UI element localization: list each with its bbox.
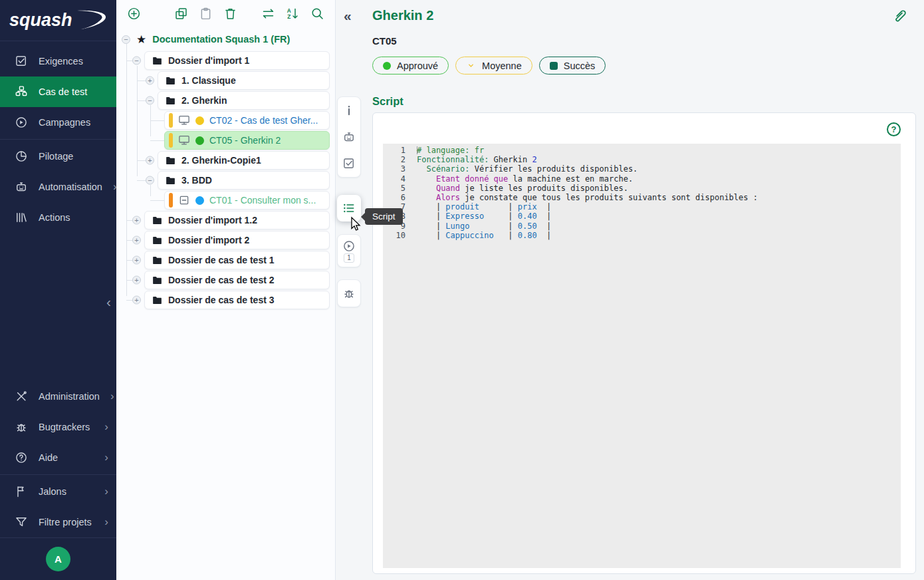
tree-toggle-icon[interactable]: − <box>122 35 130 44</box>
badge-label: Succès <box>564 61 596 71</box>
tree-row: +2. Gherkin-Copie1 <box>116 150 335 170</box>
tree-toggle-icon[interactable]: + <box>146 76 154 85</box>
tree-node[interactable]: Dossier de cas de test 3 <box>144 291 330 309</box>
tree-toggle-icon[interactable]: + <box>132 236 141 245</box>
tree-node-label: CT01 - Consulter mon s... <box>209 195 316 206</box>
gherkin-editor[interactable]: 1# language: fr2Fonctionnalité: Gherkin … <box>383 144 901 568</box>
sidebar-item-cas-de-test[interactable]: Cas de test <box>0 76 116 107</box>
code-line: 6 Alors je constate que tous les produit… <box>383 193 901 202</box>
badge-approuvé[interactable]: Approuvé <box>372 57 449 74</box>
tree-toggle-icon[interactable]: + <box>132 256 141 265</box>
sidebar-collapse-icon[interactable]: ‹ <box>106 295 111 309</box>
flag-icon <box>15 485 28 498</box>
sort-icon[interactable]: AZ <box>286 7 300 21</box>
badge-moyenne[interactable]: Moyenne <box>455 57 532 74</box>
code-text: Quand je liste les produits disponibles. <box>417 184 628 193</box>
tree-connector <box>137 160 146 161</box>
mouse-cursor <box>349 216 361 235</box>
sidebar-item-campagnes[interactable]: Campagnes <box>0 107 116 138</box>
search-icon[interactable] <box>310 7 324 21</box>
tree-toggle-icon[interactable]: − <box>146 96 154 105</box>
sidebar-divider <box>0 474 116 475</box>
status-circle-icon <box>383 62 391 70</box>
delete-icon[interactable] <box>223 7 237 21</box>
sidebar-item-exigences[interactable]: Exigences <box>0 46 116 76</box>
automation-icon[interactable] <box>337 124 361 150</box>
sidebar-item-label: Actions <box>39 212 110 223</box>
tree-node[interactable]: CT05 - Gherkin 2 <box>164 131 330 150</box>
swap-icon[interactable] <box>261 7 275 21</box>
folder-icon <box>165 95 176 106</box>
tree-toggle-icon[interactable]: + <box>132 276 141 285</box>
project-root-label[interactable]: Documentation Squash 1 (FR) <box>152 34 290 45</box>
bug-icon <box>15 420 28 434</box>
add-icon[interactable] <box>127 7 141 21</box>
tree-node[interactable]: CT02 - Cas de test Gher... <box>164 111 330 130</box>
help-icon[interactable]: ? <box>887 122 901 136</box>
tree-row: −Dossier d'import 1 <box>116 51 335 71</box>
tree-node[interactable]: 3. BDD <box>158 171 330 190</box>
tree-row: CT01 - Consulter mon s... <box>116 190 335 210</box>
verification-icon[interactable] <box>337 150 361 177</box>
collapse-panel-icon[interactable]: « <box>344 8 352 24</box>
tree-toolbar: AZ <box>116 0 335 27</box>
code-line: 7 | produit | prix | <box>383 202 901 212</box>
svg-text:A: A <box>287 7 291 13</box>
tree-row: +Dossier d'import 2 <box>116 230 335 250</box>
squash-logo[interactable]: squash <box>0 0 116 41</box>
status-dot <box>195 116 204 125</box>
sidebar-item-pilotage[interactable]: Pilotage <box>0 141 116 172</box>
tree: − ★ Documentation Squash 1 (FR) −Dossier… <box>116 27 335 580</box>
badge-label: Moyenne <box>482 61 522 71</box>
rail-group-executions: 1 <box>337 234 361 267</box>
tree-root[interactable]: − ★ Documentation Squash 1 (FR) <box>116 31 335 48</box>
tree-row: +Dossier de cas de test 2 <box>116 270 335 290</box>
tree-toggle-icon[interactable]: − <box>132 57 141 65</box>
anchor-rail: « 1 Script <box>336 0 362 580</box>
tree-row: −3. BDD <box>116 170 335 190</box>
tree-connector <box>137 100 146 101</box>
tree-node[interactable]: 1. Classique <box>158 71 330 90</box>
line-number: 3 <box>383 164 405 174</box>
sidebar-item-filtre-projets[interactable]: Filtre projets› <box>0 507 116 537</box>
tree-node[interactable]: Dossier d'import 1.2 <box>144 211 330 229</box>
tree-node[interactable]: Dossier d'import 2 <box>144 231 330 249</box>
tree-toggle-icon[interactable]: − <box>146 176 154 185</box>
tree-node[interactable]: 2. Gherkin <box>158 91 330 110</box>
automation-bar <box>169 193 173 208</box>
copy-icon[interactable] <box>174 7 188 21</box>
tree-row: +Dossier de cas de test 3 <box>116 290 335 310</box>
tree-node[interactable]: Dossier de cas de test 2 <box>144 271 330 289</box>
paste-icon[interactable] <box>199 7 213 21</box>
avatar[interactable]: A <box>46 547 70 571</box>
tree-toggle-icon[interactable]: + <box>132 216 141 225</box>
tree-row: −2. Gherkin <box>116 90 335 110</box>
sidebar-item-aide[interactable]: Aide› <box>0 442 116 473</box>
tree-node[interactable]: CT01 - Consulter mon s... <box>164 191 330 210</box>
sidebar-item-jalons[interactable]: Jalons› <box>0 476 116 507</box>
test-case-tree-panel: AZ − ★ Documentation Squash 1 (FR) −Doss… <box>116 0 336 580</box>
tree-node-label: 1. Classique <box>181 75 236 86</box>
tree-node[interactable]: Dossier d'import 1 <box>144 51 330 70</box>
code-line: 10 | Cappuccino | 0.80 | <box>383 231 901 240</box>
badge-succès[interactable]: Succès <box>539 57 606 74</box>
sidebar-item-administration[interactable]: Administration› <box>0 381 116 412</box>
chevron-right-icon: › <box>110 390 116 403</box>
code-text: Etant donné que la machine est en marche… <box>417 174 633 184</box>
tree-toggle-icon[interactable]: + <box>146 156 154 165</box>
sidebar-item-label: Pilotage <box>39 151 110 162</box>
code-text: Scénario: Vérifier les produits disponib… <box>417 164 637 174</box>
squash-app: squash ExigencesCas de testCampagnesPilo… <box>0 0 924 580</box>
tree-node[interactable]: 2. Gherkin-Copie1 <box>158 151 330 170</box>
tree-connector <box>150 120 164 121</box>
tree-node[interactable]: Dossier de cas de test 1 <box>144 251 330 269</box>
sidebar-item-actions[interactable]: Actions <box>0 202 116 233</box>
sidebar-item-automatisation[interactable]: Automatisation› <box>0 172 116 202</box>
bug-icon[interactable] <box>337 280 361 307</box>
tree-toggle-icon[interactable]: + <box>132 296 141 305</box>
information-icon[interactable] <box>337 97 361 124</box>
code-line: 3 Scénario: Vérifier les produits dispon… <box>383 164 901 174</box>
hierarchy-icon <box>15 85 28 98</box>
sidebar-item-bugtrackers[interactable]: Bugtrackers› <box>0 412 116 442</box>
paperclip-icon[interactable] <box>891 8 907 24</box>
